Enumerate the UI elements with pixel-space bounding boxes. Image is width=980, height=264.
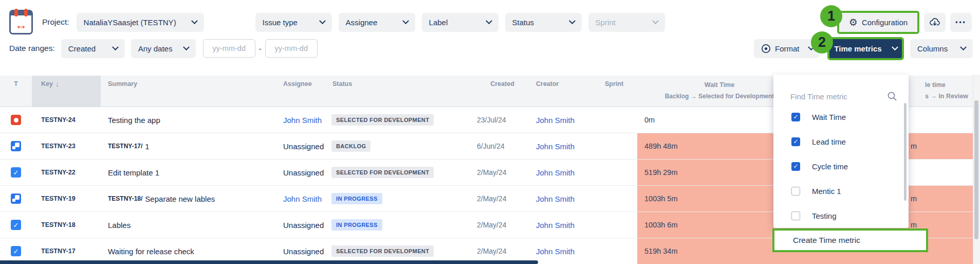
sprint-cell bbox=[591, 186, 637, 212]
status-badge: IN PROGRESS bbox=[331, 193, 382, 204]
time-metric-option[interactable]: Testing bbox=[773, 203, 909, 228]
date-to-input[interactable] bbox=[265, 39, 318, 58]
create-time-metric-label: Create Time metric bbox=[793, 236, 860, 245]
metric-label: Cycle time bbox=[812, 162, 848, 171]
date-from-input[interactable] bbox=[203, 39, 255, 58]
status-badge: SELECTED FOR DEVELOPMENT bbox=[331, 114, 434, 126]
metric-checkbox[interactable] bbox=[791, 137, 800, 146]
issue-key-link[interactable]: TESTNY-18 bbox=[32, 212, 101, 238]
chevron-down-icon bbox=[319, 17, 326, 24]
configuration-button[interactable]: ⚙ Configuration bbox=[839, 13, 917, 32]
top-bar: ↔ Project: NataliaYSaasjet (TESTNY) Issu… bbox=[0, 0, 980, 37]
filter-issue-type[interactable]: Issue type bbox=[255, 13, 332, 32]
metric-checkbox[interactable] bbox=[791, 113, 800, 121]
logo-arrows-icon: ↔ bbox=[15, 19, 28, 31]
status-badge: IN PROGRESS bbox=[331, 219, 382, 231]
issue-type-icon bbox=[11, 141, 21, 151]
created-date: 6/Jun/24 bbox=[473, 133, 532, 159]
filter-label[interactable]: Label bbox=[422, 13, 498, 32]
time-metric-option[interactable]: Mentic 1 bbox=[773, 179, 909, 203]
horizontal-scrollbar-thumb[interactable] bbox=[0, 260, 538, 264]
logo-calendar-band bbox=[11, 11, 31, 15]
col-header-summary[interactable]: Summary bbox=[101, 76, 280, 107]
col-header-creator[interactable]: Creator bbox=[532, 76, 591, 107]
issue-summary[interactable]: Lables bbox=[108, 221, 131, 230]
vertical-scrollbar-thumb[interactable] bbox=[974, 100, 978, 239]
created-date: 2/May/24 bbox=[473, 160, 532, 185]
creator-link[interactable]: John Smith bbox=[532, 133, 591, 159]
issue-key-link[interactable]: TESTNY-22 bbox=[32, 160, 101, 185]
date-preset-select[interactable]: Any dates bbox=[131, 39, 196, 58]
search-icon bbox=[887, 91, 897, 101]
metric-label: Mentic 1 bbox=[812, 187, 841, 196]
clipped-header-line1: le time bbox=[925, 80, 946, 90]
col-header-created[interactable]: Created bbox=[473, 76, 532, 107]
parent-key-prefix: TESTNY-18/ bbox=[108, 195, 142, 202]
time-metrics-button[interactable]: Time metrics bbox=[829, 39, 902, 58]
assignee-value[interactable]: John Smith bbox=[280, 186, 331, 212]
chevron-down-icon bbox=[652, 17, 659, 24]
issue-key-link[interactable]: TESTNY-23 bbox=[32, 133, 101, 159]
issue-summary[interactable]: Edit template 1 bbox=[108, 168, 159, 177]
format-button[interactable]: Format bbox=[754, 39, 820, 58]
assignee-value[interactable]: Unassigned bbox=[280, 133, 331, 159]
sprint-cell bbox=[591, 160, 637, 185]
time-metric-option[interactable]: Wait Time bbox=[773, 104, 909, 129]
vertical-scrollbar[interactable] bbox=[973, 75, 980, 264]
chevron-down-icon bbox=[960, 44, 967, 50]
cloud-download-icon bbox=[929, 17, 940, 27]
clipped-header-line2: s → In Review bbox=[925, 92, 968, 101]
project-select[interactable]: NataliaYSaasjet (TESTNY) bbox=[77, 13, 204, 32]
created-date: 2/May/24 bbox=[473, 212, 532, 238]
step-2-badge: 2 bbox=[811, 31, 833, 54]
date-field-select[interactable]: Created bbox=[61, 39, 125, 58]
more-menu-button[interactable]: ••• bbox=[950, 13, 972, 32]
col-header-key[interactable]: Key ↓ bbox=[32, 76, 101, 107]
issue-summary[interactable]: 1 bbox=[145, 142, 149, 151]
col-header-sprint[interactable]: Sprint bbox=[591, 76, 637, 107]
dropdown-scrollbar[interactable] bbox=[904, 103, 907, 201]
issue-key-link[interactable]: TESTNY-24 bbox=[32, 107, 101, 133]
export-button[interactable] bbox=[924, 13, 946, 32]
created-date: 2/May/24 bbox=[473, 186, 532, 212]
metric-checkbox[interactable] bbox=[791, 162, 800, 171]
col-header-status[interactable]: Status bbox=[331, 76, 473, 107]
chevron-down-icon bbox=[486, 17, 492, 24]
assignee-value[interactable]: Unassigned bbox=[280, 212, 331, 238]
date-ranges-label: Date ranges: bbox=[9, 44, 55, 53]
issue-summary[interactable]: Separate new lables bbox=[145, 195, 215, 203]
creator-link[interactable]: John Smith bbox=[532, 160, 591, 185]
time-metric-search-row bbox=[773, 88, 909, 104]
time-metric-option[interactable]: Cycle time bbox=[773, 154, 909, 179]
app-logo-icon: ↔ bbox=[9, 10, 33, 34]
sort-desc-icon: ↓ bbox=[56, 80, 59, 88]
chevron-down-icon bbox=[892, 44, 898, 50]
time-metric-search-input[interactable] bbox=[790, 92, 887, 101]
col-header-assignee[interactable]: Assignee bbox=[280, 76, 331, 107]
issue-key-link[interactable]: TESTNY-19 bbox=[32, 186, 101, 212]
create-time-metric-button[interactable]: Create Time metric bbox=[772, 228, 928, 252]
filter-assignee[interactable]: Assignee bbox=[339, 13, 415, 32]
parent-key-prefix: TESTNY-17/ bbox=[108, 143, 142, 150]
chevron-down-icon bbox=[402, 17, 409, 24]
creator-link[interactable]: John Smith bbox=[532, 212, 591, 238]
creator-link[interactable]: John Smith bbox=[532, 107, 591, 133]
metric-label: Wait Time bbox=[812, 113, 846, 121]
creator-link[interactable]: John Smith bbox=[532, 238, 591, 264]
issue-summary[interactable]: Waiting for release check bbox=[108, 247, 194, 256]
project-label: Project: bbox=[42, 17, 69, 27]
creator-link[interactable]: John Smith bbox=[532, 186, 591, 212]
metric-checkbox[interactable] bbox=[791, 187, 800, 196]
filter-status[interactable]: Status bbox=[505, 13, 582, 32]
assignee-value[interactable]: John Smith bbox=[280, 107, 331, 133]
status-badge: SELECTED FOR DEVELOPMENT bbox=[331, 245, 434, 257]
time-metrics-app: ↔ Project: NataliaYSaasjet (TESTNY) Issu… bbox=[0, 0, 980, 264]
col-header-type[interactable]: T bbox=[0, 76, 32, 107]
columns-button[interactable]: Columns bbox=[910, 39, 973, 58]
issue-summary[interactable]: Testing the app bbox=[108, 116, 160, 125]
metric-checkbox[interactable] bbox=[791, 212, 800, 220]
sprint-cell bbox=[591, 238, 637, 264]
time-metric-option[interactable]: Lead time bbox=[773, 129, 909, 154]
status-badge: BACKLOG bbox=[331, 140, 371, 152]
assignee-value[interactable]: Unassigned bbox=[280, 160, 331, 185]
